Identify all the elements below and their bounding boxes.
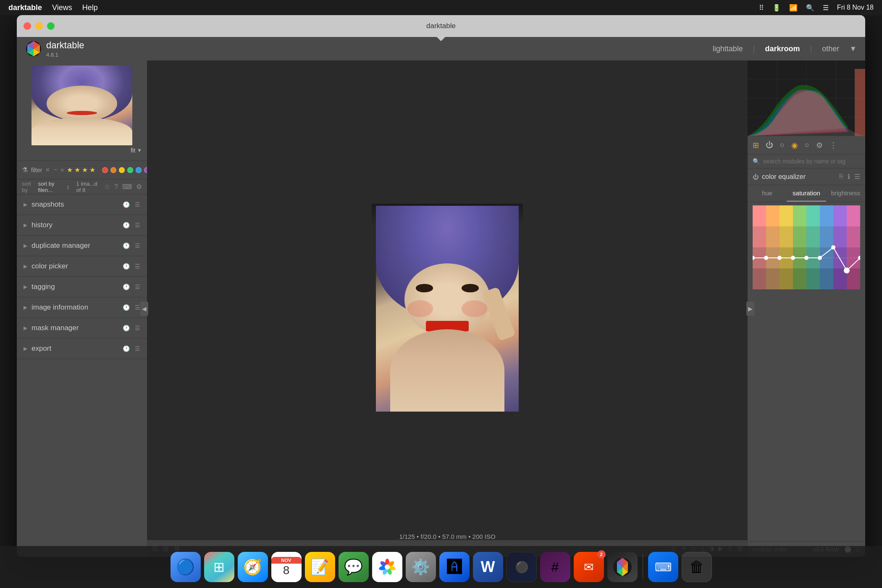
dock-messages[interactable]: 💬 — [339, 552, 369, 582]
tag-menu-icon[interactable]: ☰ — [135, 284, 140, 290]
tag-clock-icon[interactable]: 🕐 — [123, 284, 130, 290]
cp-icons: 🕐 ☰ — [123, 263, 140, 270]
dock-launchpad[interactable]: ⊞ — [204, 552, 234, 582]
settings-icon[interactable]: ⚙ — [136, 183, 142, 191]
star-minus[interactable]: − — [53, 166, 57, 174]
history-menu-icon[interactable]: ☰ — [135, 222, 140, 228]
star3[interactable]: ★ — [74, 166, 80, 174]
dock-finder[interactable]: 🔵 — [171, 552, 201, 582]
filter-yellow[interactable] — [119, 167, 125, 173]
preview-thumbnail — [32, 66, 132, 145]
menubar-app-name[interactable]: darktable — [8, 3, 42, 12]
mt-power-icon[interactable]: ⏻ — [766, 141, 773, 150]
mt-tone-icon[interactable]: ○ — [805, 141, 809, 150]
dock-calendar[interactable]: NOV 8 — [271, 552, 302, 582]
right-collapse-button[interactable]: ▶ — [746, 302, 754, 316]
dock-slack[interactable]: # — [540, 552, 570, 582]
nav-dropdown-icon[interactable]: ▼ — [849, 45, 857, 53]
nav-darkroom[interactable]: darkroom — [761, 43, 803, 55]
mt-circle-icon[interactable]: ○ — [780, 141, 785, 150]
filter-blue[interactable] — [136, 167, 142, 173]
dock-appstore[interactable]: 🅰 — [439, 552, 470, 582]
filter-green[interactable] — [127, 167, 133, 173]
minimize-button[interactable] — [35, 22, 43, 30]
cp-menu-icon[interactable]: ☰ — [135, 263, 140, 270]
image-exposure-info: 1/125 • f/20.0 • 57.0 mm • 200 ISO — [399, 533, 495, 540]
filter-x-icon[interactable]: ✕ — [45, 167, 50, 173]
ceq-power-icon[interactable]: ⏻ — [753, 173, 759, 180]
dock-safari[interactable]: 🧭 — [238, 552, 268, 582]
mt-color-icon[interactable]: ◉ — [791, 141, 798, 150]
star1[interactable]: ★ — [59, 166, 65, 174]
panel-item-export[interactable]: ▶ export 🕐 ☰ — [17, 339, 147, 359]
panel-item-tagging[interactable]: ▶ tagging 🕐 ☰ — [17, 277, 147, 297]
star4[interactable]: ★ — [82, 166, 88, 174]
ii-clock-icon[interactable]: 🕐 — [123, 304, 130, 311]
ii-menu-icon[interactable]: ☰ — [135, 304, 140, 311]
dup-menu-icon[interactable]: ☰ — [135, 242, 140, 249]
module-tabs: hue saturation brightness — [748, 185, 865, 202]
panel-item-mask-manager[interactable]: ▶ mask manager 🕐 ☰ — [17, 318, 147, 339]
dock-davinci[interactable]: ⚫ — [507, 552, 537, 582]
mm-menu-icon[interactable]: ☰ — [135, 325, 140, 331]
keyboard-icon[interactable]: ⌨ — [122, 183, 132, 191]
color-eq-grid[interactable] — [753, 205, 860, 289]
exp-clock-icon[interactable]: 🕐 — [123, 345, 130, 352]
nav-other[interactable]: other — [819, 43, 843, 55]
snapshots-menu-icon[interactable]: ☰ — [135, 201, 140, 208]
maximize-button[interactable] — [47, 22, 55, 30]
dup-clock-icon[interactable]: 🕐 — [123, 242, 130, 249]
ceq-copy-icon[interactable]: ⎘ — [839, 173, 843, 181]
histogram-panel — [748, 60, 865, 136]
star2[interactable]: ★ — [67, 166, 73, 174]
menubar-help[interactable]: Help — [82, 3, 98, 12]
dock-spark[interactable]: ✉ 2 — [574, 552, 604, 582]
search-icon[interactable]: 🔍 — [806, 4, 814, 12]
cp-clock-icon[interactable]: 🕐 — [123, 263, 130, 270]
module-search-input[interactable] — [763, 158, 860, 165]
dock-trash[interactable]: 🗑 — [682, 552, 712, 582]
snapshots-clock-icon[interactable]: 🕐 — [123, 201, 130, 208]
dock-photos[interactable] — [372, 552, 402, 582]
question-icon[interactable]: ? — [114, 183, 118, 191]
mm-clock-icon[interactable]: 🕐 — [123, 325, 130, 331]
exp-menu-icon[interactable]: ☰ — [135, 345, 140, 352]
mt-sliders-icon[interactable]: ⊞ — [753, 141, 759, 150]
tab-saturation[interactable]: saturation — [787, 185, 826, 202]
panel-item-history[interactable]: ▶ history 🕐 ☰ — [17, 215, 147, 236]
filter-orange[interactable] — [110, 167, 116, 173]
ceq-info-icon[interactable]: ℹ — [848, 173, 850, 181]
sort-direction-icon[interactable]: ↕ — [67, 184, 70, 190]
history-clock-icon[interactable]: 🕐 — [123, 222, 130, 228]
fit-label[interactable]: fit — [131, 147, 135, 154]
ceq-menu-icon[interactable]: ☰ — [854, 173, 860, 181]
dock-word[interactable]: W — [473, 552, 503, 582]
filter-red[interactable] — [102, 167, 108, 173]
dock-darktable[interactable] — [607, 552, 638, 582]
fit-chevron[interactable]: ▼ — [137, 147, 142, 153]
panel-item-duplicate-manager[interactable]: ▶ duplicate manager 🕐 ☰ — [17, 236, 147, 256]
sort-by-value[interactable]: sort by filen... — [38, 181, 63, 193]
dock-notes[interactable]: 📝 — [305, 552, 335, 582]
star-filter[interactable]: − ★ ★ ★ ★ ★ — [53, 166, 95, 174]
menubar-right: ⠿ 🔋 📶 🔍 ☰ Fri 8 Nov 18 — [759, 4, 874, 12]
control-icon[interactable]: ☰ — [823, 4, 829, 12]
dock-settings[interactable]: ⚙️ — [406, 552, 436, 582]
panel-item-image-information[interactable]: ▶ image information 🕐 ☰ — [17, 297, 147, 318]
control-center-icon[interactable]: ⠿ — [759, 4, 764, 12]
star5[interactable]: ★ — [89, 166, 95, 174]
mt-effect-icon[interactable]: ⚙ — [816, 141, 823, 150]
panel-item-color-picker[interactable]: ▶ color picker 🕐 ☰ — [17, 256, 147, 277]
star-icon[interactable]: ☆ — [104, 183, 110, 191]
mt-dots-icon[interactable]: ⋮ — [830, 141, 837, 150]
nav-lighttable[interactable]: lighttable — [709, 43, 746, 55]
close-button[interactable] — [24, 22, 31, 30]
tab-brightness[interactable]: brightness — [826, 185, 865, 202]
left-collapse-button[interactable]: ◀ — [140, 302, 148, 316]
app-name: darktable — [46, 40, 84, 51]
panel-item-snapshots[interactable]: ▶ snapshots 🕐 ☰ — [17, 194, 147, 215]
filter-funnel-icon[interactable]: ⚗ — [22, 166, 28, 174]
tab-hue[interactable]: hue — [748, 185, 787, 202]
menubar-views[interactable]: Views — [52, 3, 72, 12]
dock-xcode[interactable]: ⌨ — [648, 552, 678, 582]
